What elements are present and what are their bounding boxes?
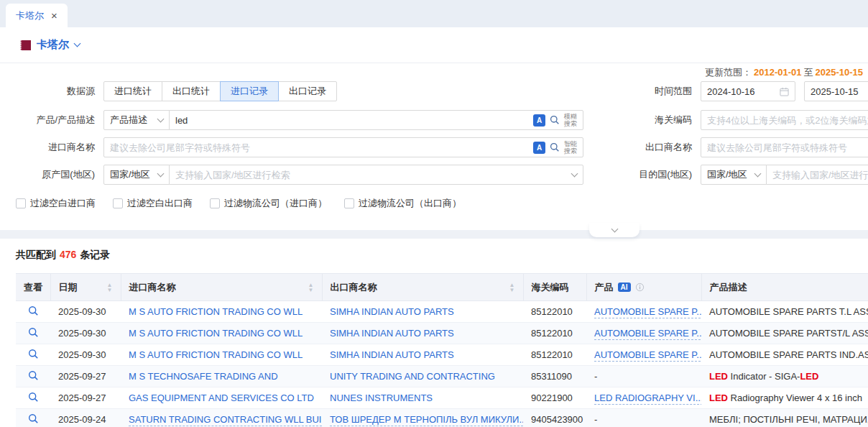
view-record-button[interactable] — [28, 306, 39, 316]
importer-link[interactable]: M S AUTO FRICTION TRADING CO WLL — [129, 328, 303, 339]
date-to-input[interactable]: 2025-10-15 — [804, 81, 868, 101]
view-record-button[interactable] — [28, 413, 39, 424]
sort-icons[interactable]: ▲▼ — [509, 283, 515, 293]
summary-suffix: 条记录 — [80, 249, 110, 260]
data-source-option[interactable]: 出口记录 — [278, 81, 337, 101]
exporter-input[interactable] — [701, 142, 868, 153]
smart-search-label[interactable]: 智能 搜索 — [564, 140, 577, 155]
checkbox-icon[interactable] — [210, 198, 220, 208]
smart-search-icon[interactable] — [550, 142, 560, 152]
data-source-option[interactable]: 出口统计 — [162, 81, 221, 101]
filter-checkbox[interactable]: 过滤物流公司（出口商） — [344, 197, 461, 210]
view-record-button[interactable] — [28, 349, 39, 359]
exporter-link[interactable]: SIMHA INDIAN AUTO PARTS — [330, 349, 454, 360]
checkbox-label: 过滤空白出口商 — [127, 197, 193, 210]
update-range-label: 更新范围： — [705, 67, 752, 78]
tab-close-icon[interactable]: × — [51, 10, 57, 21]
product-link[interactable]: AUTOMOBILE SPARE P... — [594, 328, 701, 340]
hs-code-cell: 85122010 — [523, 323, 586, 344]
date-from-input[interactable]: 2024-10-16 — [701, 81, 795, 101]
data-source-option[interactable]: 进口统计 — [103, 81, 162, 101]
destination-input[interactable] — [767, 170, 868, 180]
col-importer[interactable]: 进口商名称 ▲▼ — [121, 274, 322, 301]
date-from-value: 2024-10-16 — [707, 86, 755, 97]
hs-code-cell: 90221900 — [523, 387, 586, 409]
sort-icons[interactable]: ▲▼ — [107, 283, 113, 293]
results-panel: 共匹配到476条记录 查看 日期 ▲▼ 进口商名称 ▲▼ — [0, 239, 868, 427]
hs-code-cell: 85122010 — [523, 301, 586, 323]
product-link[interactable]: LED RADIOGRAPHY VI... — [594, 392, 701, 405]
data-source-option[interactable]: 进口记录 — [220, 81, 279, 101]
tab-bar: 卡塔尔 × — [0, 0, 868, 27]
chevron-down-icon — [611, 225, 618, 232]
col-exporter[interactable]: 出口商名称 ▲▼ — [322, 274, 523, 301]
view-record-button[interactable] — [28, 392, 39, 403]
chevron-down-icon — [157, 115, 165, 122]
checkbox-icon[interactable] — [16, 198, 26, 208]
collapse-filters-button[interactable] — [589, 223, 640, 237]
fuzzy-search-label[interactable]: 模糊 搜索 — [564, 113, 577, 127]
origin-type-select[interactable]: 国家/地区 — [103, 165, 170, 185]
fuzzy-search-icon[interactable] — [550, 115, 560, 125]
filter-checkbox[interactable]: 过滤空白出口商 — [113, 197, 193, 210]
country-name[interactable]: 卡塔尔 — [37, 38, 69, 52]
destination-type-value: 国家/地区 — [707, 168, 747, 181]
table-row: 2025-09-30M S AUTO FRICTION TRADING CO W… — [16, 301, 868, 323]
product-label: 产品/产品描述 — [0, 114, 95, 127]
view-record-button[interactable] — [28, 370, 39, 381]
exporter-link[interactable]: ТОВ ШРЕДЕР М ТЕРНОПІЛЬ ВУЛ МИКУЛИ... — [330, 414, 523, 426]
table-row: 2025-09-27M S TECHNOSAFE TRADING ANDUNIT… — [16, 366, 868, 387]
destination-label: 目的国(地区) — [631, 168, 692, 181]
checkbox-label: 过滤物流公司（出口商） — [359, 197, 461, 210]
importer-link[interactable]: M S AUTO FRICTION TRADING CO WLL — [129, 306, 303, 317]
sort-icons[interactable]: ▲▼ — [308, 283, 314, 293]
date-cell: 2025-09-24 — [50, 409, 121, 427]
hs-code-input[interactable] — [701, 115, 868, 126]
importer-link[interactable]: SATURN TRADING CONTRACTING WLL BUI... — [129, 414, 322, 426]
importer-link[interactable]: M S AUTO FRICTION TRADING CO WLL — [129, 349, 303, 360]
exporter-link[interactable]: UNITY TRADING AND CONTRACTING — [330, 371, 495, 382]
checkbox-label: 过滤空白进口商 — [30, 197, 96, 210]
chevron-down-icon[interactable] — [74, 40, 81, 47]
match-count: 476 — [60, 249, 76, 260]
origin-label: 原产国(地区) — [0, 168, 95, 181]
description-cell: AUTOMOBILE SPARE PARTS IND.ASS... — [701, 344, 868, 366]
filter-checkbox-row: 过滤空白进口商过滤空白出口商过滤物流公司（进口商）过滤物流公司（出口商） — [16, 196, 868, 211]
date-to-value: 2025-10-15 — [811, 86, 859, 97]
origin-type-value: 国家/地区 — [110, 168, 150, 181]
translate-icon[interactable]: A — [533, 142, 545, 154]
importer-input[interactable] — [104, 142, 533, 153]
description-cell: LED Indicator - SIGA-LED — [701, 366, 868, 387]
filter-checkbox[interactable]: 过滤物流公司（进口商） — [210, 197, 327, 210]
checkbox-icon[interactable] — [113, 198, 123, 208]
origin-input[interactable] — [170, 170, 572, 180]
product-link[interactable]: AUTOMOBILE SPARE P... — [594, 349, 701, 362]
exporter-link[interactable]: SIMHA INDIAN AUTO PARTS — [330, 306, 454, 317]
date-cell: 2025-09-30 — [50, 323, 121, 344]
importer-link[interactable]: M S TECHNOSAFE TRADING AND — [129, 371, 278, 382]
view-record-button[interactable] — [28, 327, 39, 338]
table-row: 2025-09-27GAS EQUIPMENT AND SERVICES CO … — [16, 387, 868, 409]
date-cell: 2025-09-27 — [50, 387, 121, 409]
product-input[interactable] — [170, 115, 533, 126]
table-header-row: 查看 日期 ▲▼ 进口商名称 ▲▼ 出口商名称 ▲▼ — [16, 274, 868, 301]
exporter-link[interactable]: SIMHA INDIAN AUTO PARTS — [330, 328, 454, 339]
calendar-icon[interactable] — [780, 87, 789, 96]
description-cell: LED Radiography Viewer 4 x 16 inch — [701, 387, 868, 409]
tab-qatar[interactable]: 卡塔尔 × — [6, 4, 68, 27]
translate-icon[interactable]: A — [533, 114, 545, 127]
destination-type-select[interactable]: 国家/地区 — [701, 165, 767, 185]
exporter-link[interactable]: NUNES INSTRUMENTS — [330, 392, 433, 403]
product-link[interactable]: AUTOMOBILE SPARE P... — [594, 306, 701, 318]
ai-badge: AI — [618, 283, 631, 292]
checkbox-icon[interactable] — [344, 198, 354, 208]
summary-prefix: 共匹配到 — [16, 249, 56, 260]
importer-link[interactable]: GAS EQUIPMENT AND SERVICES CO LTD — [129, 392, 314, 403]
date-cell: 2025-09-27 — [50, 366, 121, 387]
filter-checkbox[interactable]: 过滤空白进口商 — [16, 197, 96, 210]
col-date[interactable]: 日期 ▲▼ — [50, 274, 121, 301]
product-cell: - — [586, 409, 701, 427]
date-cell: 2025-09-30 — [50, 344, 121, 366]
product-type-select[interactable]: 产品描述 — [103, 110, 170, 130]
info-icon[interactable] — [635, 283, 645, 292]
